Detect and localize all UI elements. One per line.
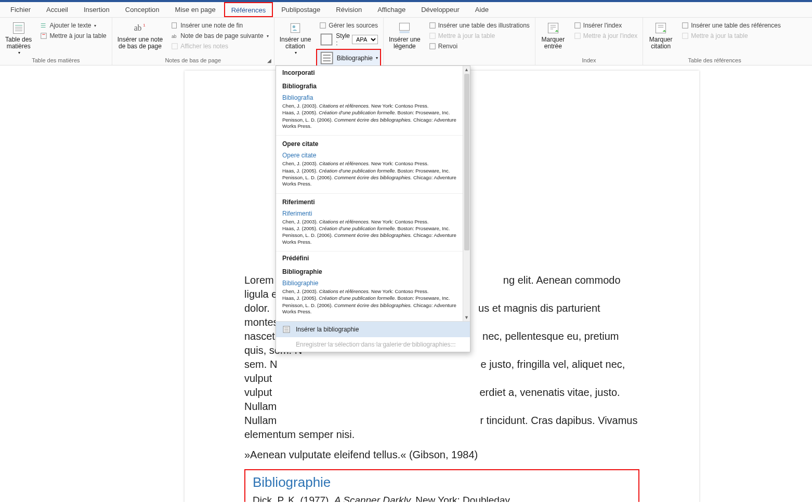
toc-button[interactable]: Table des matières ▾ (2, 19, 35, 56)
add-text-button[interactable]: Ajouter le texte▾ (37, 21, 109, 30)
mark-citation-button[interactable]: Marquer citation (645, 19, 676, 50)
tab-references[interactable]: Références (224, 2, 273, 17)
svg-rect-23 (429, 44, 435, 49)
save-to-gallery-label: Enregistrer la sélection dans la galerie… (296, 341, 456, 348)
manage-sources-label: Gérer les sources (329, 22, 378, 29)
text-fragment: erdiet a, venenatis vitae, justo. Nullam (244, 387, 620, 412)
preview-title: Opere citate (282, 152, 464, 159)
insert-index-button[interactable]: Insérer l'index (571, 21, 640, 30)
gallery-item-bibliografia[interactable]: Bibliografia Chen, J. (2003). Citations … (276, 92, 470, 136)
entry-author: Dick, P. K. (1977). (253, 495, 334, 502)
tab-aide[interactable]: Aide (468, 2, 496, 17)
tab-insertion[interactable]: Insertion (76, 2, 117, 17)
update-toc-button[interactable]: Mettre à jour la table (37, 31, 109, 41)
insert-endnote-label: Insérer une note de fin (180, 22, 243, 29)
style-icon (319, 32, 334, 47)
preview-line: Chen, J. (2003). Citations et références… (282, 161, 464, 167)
bibliography-entry: Dick, P. K. (1977). A Scanner Darkly. Ne… (253, 495, 631, 502)
scroll-up-arrow[interactable]: ▲ (463, 66, 470, 73)
svg-rect-21 (429, 23, 435, 29)
update-index-label: Mettre à jour l'index (583, 32, 637, 39)
insert-citation-button[interactable]: Insérer une citation ▾ (277, 19, 315, 56)
tab-fichier[interactable]: Fichier (3, 2, 38, 17)
tab-developpeur[interactable]: Développeur (414, 2, 467, 17)
citation-line: »Aenean vulputate eleifend tellus.« (Gib… (244, 449, 639, 461)
svg-rect-13 (320, 23, 326, 29)
preview-line: Penisson, L. D. (2006). Comment écrire d… (282, 232, 464, 245)
sources-icon (319, 22, 326, 29)
group-index: Marquer entrée Insérer l'index Mettre à … (535, 18, 643, 65)
svg-text:1: 1 (143, 23, 146, 28)
plus-icon (40, 22, 47, 29)
ribbon: Table des matières ▾ Ajouter le texte▾ M… (0, 18, 812, 65)
svg-rect-29 (683, 33, 688, 39)
insert-caption-button[interactable]: Insérer une légende (386, 19, 424, 50)
group-footnotes: ab1 Insérer une note de bas de page Insé… (112, 18, 274, 65)
manage-sources-button[interactable]: Gérer les sources (316, 21, 381, 30)
gallery-item-bibliographie[interactable]: Bibliographie Chen, J. (2003). Citations… (276, 277, 470, 321)
svg-point-12 (293, 25, 295, 28)
refresh-icon (429, 32, 436, 39)
update-ta-button[interactable]: Mettre à jour la table (678, 31, 784, 41)
insert-caption-label: Insérer une légende (389, 36, 421, 50)
gallery-item-header: Bibliographie (276, 263, 470, 277)
index-icon (574, 22, 581, 29)
tab-revision[interactable]: Révision (329, 2, 369, 17)
figure-table-icon (429, 22, 436, 29)
tab-publipostage[interactable]: Publipostage (274, 2, 328, 17)
show-notes-label: Afficher les notes (180, 43, 228, 50)
gallery-item-header: Opere citate (276, 136, 470, 150)
tab-accueil[interactable]: Accueil (39, 2, 75, 17)
svg-rect-19 (400, 23, 410, 30)
scroll-thumb[interactable] (464, 74, 469, 250)
group-citations: Insérer une citation ▾ Gérer les sources… (274, 18, 384, 65)
tab-conception[interactable]: Conception (118, 2, 167, 17)
update-index-button[interactable]: Mettre à jour l'index (571, 31, 640, 41)
tab-affichage[interactable]: Affichage (370, 2, 413, 17)
group-ta: Marquer citation Insérer une table des r… (643, 18, 786, 65)
scroll-down-arrow[interactable]: ▼ (463, 314, 470, 321)
mark-citation-label: Marquer citation (649, 36, 673, 50)
insert-footnote-label: Insérer une note de bas de page (117, 36, 163, 50)
insert-figure-table-button[interactable]: Insérer une table des illustrations (426, 21, 533, 30)
update-toc-label: Mettre à jour la table (49, 32, 106, 39)
preview-title: Bibliografia (282, 94, 464, 101)
bibliography-button[interactable]: Bibliographie ▾ (316, 49, 381, 67)
add-text-label: Ajouter le texte (49, 22, 91, 29)
chevron-down-icon: ▾ (94, 23, 96, 28)
show-notes-icon (171, 43, 178, 50)
gallery-item-riferimenti[interactable]: Riferimenti Chen, J. (2003). Citations e… (276, 208, 470, 251)
chevron-down-icon: ▾ (295, 51, 297, 56)
group-ta-title: Table des références (645, 56, 784, 65)
gallery-category-incorporati: Incorporati (276, 66, 470, 78)
crossref-icon (429, 43, 436, 50)
endnote-icon (171, 22, 178, 29)
gallery-scrollbar[interactable]: ▲ ▼ (463, 66, 470, 321)
footnotes-dialog-launcher[interactable]: ◢ (266, 57, 272, 63)
update-figure-table-button[interactable]: Mettre à jour la table (426, 31, 533, 41)
preview-line: Chen, J. (2003). Citations et références… (282, 103, 464, 109)
insert-ta-label: Insérer une table des références (691, 22, 781, 29)
style-label: Style : (336, 32, 350, 47)
update-figure-table-label: Mettre à jour la table (438, 32, 495, 39)
mark-entry-button[interactable]: Marquer entrée (538, 19, 569, 50)
insert-bibliography-command[interactable]: Insérer la bibliographie (276, 322, 470, 337)
insert-endnote-button[interactable]: Insérer une note de fin (168, 21, 271, 30)
crossref-button[interactable]: Renvoi (426, 42, 533, 51)
next-footnote-button[interactable]: ab Note de bas de page suivante▾ (168, 31, 271, 41)
tab-mise-en-page[interactable]: Mise en page (168, 2, 223, 17)
insert-footnote-button[interactable]: ab1 Insérer une note de bas de page (114, 19, 166, 50)
insert-ta-button[interactable]: Insérer une table des références (678, 21, 784, 30)
citation-style-select[interactable]: APA (352, 35, 378, 44)
mark-entry-icon (546, 21, 560, 35)
group-toc-title: Table des matières (2, 56, 110, 65)
group-footnotes-title: Notes de bas de page (114, 56, 272, 65)
preview-line: Chen, J. (2003). Citations et références… (282, 288, 464, 295)
caption-icon (397, 21, 412, 35)
chevron-down-icon: ▾ (18, 51, 20, 56)
bibliography-field[interactable]: Bibliographie Dick, P. K. (1977). A Scan… (244, 469, 639, 502)
gallery-item-opere-citate[interactable]: Opere citate Chen, J. (2003). Citations … (276, 150, 470, 193)
show-notes-button[interactable]: Afficher les notes (168, 42, 271, 51)
svg-rect-25 (575, 23, 581, 29)
preview-line: Penisson, L. D. (2006). Comment écrire d… (282, 302, 464, 315)
